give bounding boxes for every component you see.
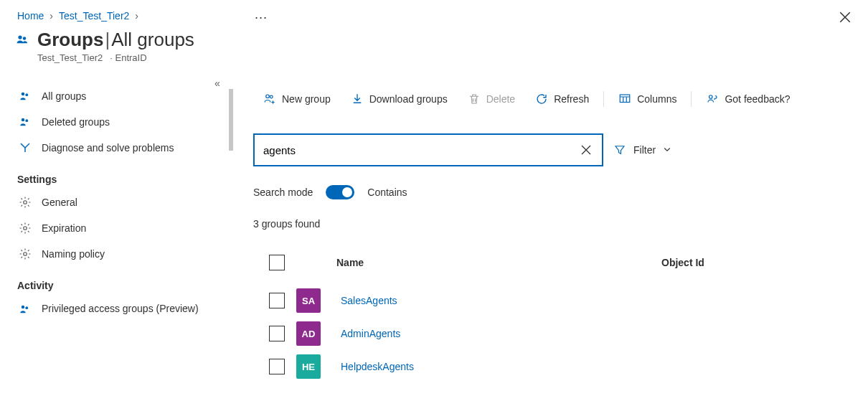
group-link[interactable]: SalesAgents: [336, 295, 397, 306]
group-avatar: AD: [296, 321, 321, 346]
groups-icon: [16, 33, 29, 46]
row-checkbox[interactable]: [269, 293, 285, 308]
search-mode-value: Contains: [367, 187, 407, 198]
table-row: AD AdminAgents: [253, 317, 848, 350]
svg-point-11: [266, 95, 270, 98]
columns-button[interactable]: Columns: [608, 88, 687, 110]
tenant-name: Test_Test_Tier2: [37, 52, 103, 63]
toolbar-label: Refresh: [554, 93, 589, 105]
filter-icon: [613, 143, 626, 156]
toolbar-label: Download groups: [369, 93, 448, 105]
groups-icon: [19, 303, 32, 316]
sidebar-item-label: Diagnose and solve problems: [42, 142, 174, 154]
sidebar-item-diagnose[interactable]: Diagnose and solve problems: [16, 135, 220, 161]
svg-point-4: [22, 118, 25, 122]
columns-icon: [618, 93, 631, 105]
search-input-wrapper: [253, 133, 603, 166]
group-avatar: SA: [296, 288, 321, 313]
svg-point-12: [270, 95, 273, 98]
sidebar-item-expiration[interactable]: Expiration: [16, 215, 220, 241]
svg-point-9: [22, 305, 25, 308]
sidebar-item-general[interactable]: General: [16, 189, 220, 215]
sidebar-item-label: Expiration: [42, 222, 86, 234]
toolbar-label: Got feedback?: [725, 93, 790, 105]
svg-point-14: [709, 95, 713, 99]
sidebar-item-all-groups[interactable]: All groups: [16, 83, 220, 109]
sidebar-item-label: All groups: [42, 90, 86, 102]
feedback-button[interactable]: Got feedback?: [696, 88, 800, 110]
svg-point-5: [25, 119, 28, 122]
sidebar-item-privileged-access[interactable]: Privileged access groups (Preview): [16, 296, 220, 322]
gear-icon: [19, 196, 32, 209]
chevron-right-icon: ›: [49, 10, 53, 22]
refresh-icon: [535, 93, 548, 105]
search-mode-label: Search mode: [253, 187, 313, 198]
group-link[interactable]: AdminAgents: [336, 328, 400, 339]
groups-icon: [19, 116, 32, 128]
sidebar-nav: All groups Deleted groups Diagnose and s…: [16, 83, 233, 322]
table-header: Name Object Id: [253, 247, 848, 278]
column-header-objectid[interactable]: Object Id: [661, 257, 848, 268]
svg-point-10: [25, 306, 28, 309]
breadcrumb-item-home[interactable]: Home: [17, 10, 44, 22]
chevron-right-icon: ›: [135, 10, 138, 22]
svg-rect-13: [620, 95, 630, 103]
delete-button: Delete: [458, 88, 525, 110]
groups-icon: [19, 90, 32, 103]
download-groups-button[interactable]: Download groups: [341, 88, 458, 110]
toolbar-label: New group: [282, 93, 331, 105]
svg-point-0: [18, 35, 22, 39]
search-mode-toggle[interactable]: [326, 185, 354, 199]
breadcrumb-item-tenant[interactable]: Test_Test_Tier2: [59, 10, 129, 22]
select-all-checkbox[interactable]: [269, 255, 285, 270]
breadcrumb: Home › Test_Test_Tier2 ›: [0, 0, 868, 29]
table-row: HE HelpdeskAgents: [253, 350, 848, 383]
sidebar-item-label: Naming policy: [42, 248, 105, 260]
group-link[interactable]: HelpdeskAgents: [336, 361, 414, 372]
directory-type: EntraID: [110, 52, 146, 63]
close-button[interactable]: [835, 7, 855, 27]
svg-point-7: [24, 227, 27, 230]
tools-icon: [19, 141, 32, 154]
trash-icon: [468, 93, 481, 105]
svg-point-6: [24, 201, 27, 204]
page-title: Groups|All groups: [37, 29, 194, 51]
chevron-down-icon: [663, 144, 671, 156]
svg-point-8: [24, 253, 27, 256]
gear-icon: [19, 222, 32, 235]
row-checkbox[interactable]: [269, 326, 285, 341]
search-input[interactable]: [263, 144, 576, 156]
page-header: Groups|All groups Test_Test_Tier2 EntraI…: [16, 29, 233, 63]
collapse-sidebar-button[interactable]: «: [209, 75, 226, 92]
toolbar-label: Delete: [486, 93, 515, 105]
gear-icon: [19, 248, 32, 260]
toolbar-label: Columns: [637, 93, 676, 105]
new-group-button[interactable]: New group: [253, 88, 341, 110]
sidebar-item-label: Deleted groups: [42, 116, 110, 128]
group-avatar: HE: [296, 354, 321, 379]
toolbar: New group Download groups Delete Refresh: [253, 85, 848, 113]
filter-label: Filter: [633, 144, 656, 156]
table-row: SA SalesAgents: [253, 284, 848, 317]
group-add-icon: [263, 93, 276, 105]
sidebar-item-deleted-groups[interactable]: Deleted groups: [16, 109, 220, 135]
sidebar: Groups|All groups Test_Test_Tier2 EntraI…: [0, 29, 233, 390]
row-checkbox[interactable]: [269, 359, 285, 374]
main-content: New group Download groups Delete Refresh: [233, 29, 868, 390]
add-filter-button[interactable]: Filter: [613, 143, 671, 156]
svg-point-1: [23, 37, 27, 40]
feedback-icon: [706, 93, 719, 105]
column-header-name[interactable]: Name: [336, 257, 661, 268]
toolbar-separator: [691, 91, 692, 107]
sidebar-item-label: General: [42, 197, 77, 208]
sidebar-item-naming-policy[interactable]: Naming policy: [16, 241, 220, 267]
clear-search-button[interactable]: [576, 140, 596, 160]
sidebar-section-settings: Settings: [16, 161, 220, 189]
svg-point-3: [25, 93, 28, 96]
svg-point-2: [22, 93, 25, 96]
results-table: Name Object Id SA SalesAgents AD AdminAg…: [253, 247, 848, 383]
refresh-button[interactable]: Refresh: [525, 88, 599, 110]
more-button[interactable]: ···: [255, 10, 268, 25]
sidebar-section-activity: Activity: [16, 267, 220, 296]
result-count: 3 groups found: [253, 218, 848, 230]
